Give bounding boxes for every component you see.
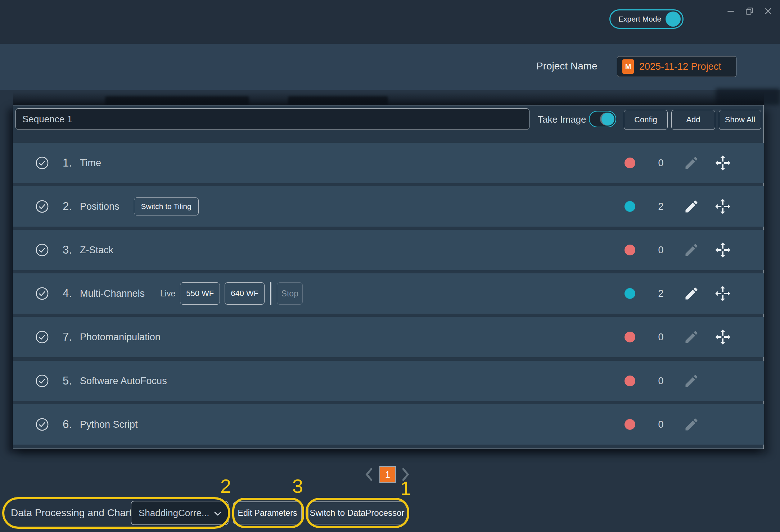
channel-button[interactable]: 550 WF: [180, 282, 220, 305]
enabled-check-icon[interactable]: [35, 287, 49, 300]
sequence-row: 7. Photomanipulation 0: [13, 317, 764, 357]
annotation-number-2: 2: [220, 475, 231, 497]
take-image-toggle[interactable]: [589, 111, 616, 127]
config-button[interactable]: Config: [624, 110, 668, 130]
edit-pencil-icon[interactable]: [684, 199, 699, 214]
enabled-check-icon[interactable]: [35, 243, 49, 257]
close-icon[interactable]: [763, 6, 774, 17]
row-label: Z-Stack: [80, 245, 113, 256]
move-handle-icon[interactable]: [714, 198, 731, 215]
project-badge: M: [622, 59, 634, 74]
status-dot: [625, 376, 635, 386]
take-image-label: Take Image: [538, 114, 586, 125]
sequence-name-input[interactable]: [15, 108, 529, 130]
pagination: 1: [364, 466, 411, 483]
enabled-check-icon[interactable]: [35, 374, 49, 388]
page-next-icon[interactable]: [400, 467, 411, 482]
row-count: 0: [648, 158, 673, 169]
row-label: Python Script: [80, 419, 138, 430]
status-dot: [625, 419, 635, 430]
status-dot: [625, 201, 635, 212]
sequence-row: 1. Time 0: [13, 143, 764, 183]
row-label: Multi-Channels: [80, 288, 145, 299]
status-dot: [625, 288, 635, 299]
row-label: Positions: [80, 201, 120, 212]
project-name-field[interactable]: M 2025-11-12 Project: [617, 56, 736, 77]
row-label: Photomanipulation: [80, 332, 161, 343]
chevron-down-icon: [213, 509, 223, 519]
sequence-row: 3. Z-Stack 0: [13, 230, 764, 270]
move-handle-icon[interactable]: [714, 155, 731, 171]
edit-pencil-icon[interactable]: [684, 242, 699, 258]
restore-icon[interactable]: [744, 6, 755, 17]
minimize-icon[interactable]: [725, 6, 736, 17]
row-number: 6.: [63, 418, 79, 431]
project-name-value: 2025-11-12 Project: [639, 61, 721, 72]
row-count: 0: [648, 245, 673, 256]
row-count: 0: [648, 419, 673, 430]
annotation-number-3: 3: [292, 475, 303, 497]
row-label: Software AutoFocus: [80, 376, 167, 387]
enabled-check-icon[interactable]: [35, 156, 49, 170]
divider: [270, 282, 271, 305]
sequence-rows: 1. Time 0: [13, 143, 764, 448]
processor-dropdown-value: ShaddingCorre...: [139, 508, 209, 519]
switch-to-dataprocessor-button[interactable]: Switch to DataProcessor: [308, 501, 406, 524]
edit-pencil-icon[interactable]: [684, 329, 699, 345]
take-image-knob: [601, 113, 614, 126]
data-processing-label: Data Processing and Charts: [11, 507, 137, 519]
row-number: 2.: [63, 200, 79, 213]
row-number: 3.: [63, 244, 79, 256]
sequence-row: 5. Software AutoFocus 0: [13, 361, 764, 401]
status-dot: [625, 158, 635, 168]
app-window: Expert Mode Project Name M 2025-11-12 Pr…: [0, 0, 780, 532]
status-dot: [625, 245, 635, 255]
move-handle-icon[interactable]: [714, 242, 731, 258]
switch-to-tiling-button[interactable]: Switch to Tiling: [134, 197, 199, 215]
expert-mode-toggle[interactable]: Expert Mode: [609, 9, 684, 29]
current-page[interactable]: 1: [379, 466, 396, 483]
row-number: 7.: [63, 331, 79, 344]
titlebar: Expert Mode: [0, 0, 780, 44]
edit-pencil-icon[interactable]: [684, 417, 699, 432]
row-number: 5.: [63, 374, 79, 387]
live-cluster: Live 550 WF 640 WF Stop: [160, 282, 303, 305]
show-all-button[interactable]: Show All: [719, 110, 761, 130]
status-dot: [625, 332, 635, 342]
channel-button[interactable]: 640 WF: [225, 282, 265, 305]
sequence-row: 4. Multi-Channels Live 550 WF 640 WF Sto…: [13, 273, 764, 314]
page-prev-icon[interactable]: [364, 467, 375, 482]
live-label: Live: [160, 289, 175, 299]
row-number: 1.: [63, 156, 79, 169]
move-handle-icon[interactable]: [714, 329, 731, 345]
stop-button[interactable]: Stop: [277, 282, 303, 305]
window-controls: [725, 6, 774, 17]
sequence-row: 2. Positions Switch to Tiling 2: [13, 186, 764, 227]
edit-pencil-icon[interactable]: [684, 286, 699, 301]
sequence-panel: Take Image Config Add Show All 1. Time 0: [13, 105, 764, 449]
edit-pencil-icon[interactable]: [684, 155, 699, 171]
expert-mode-label: Expert Mode: [618, 15, 661, 23]
panel-top-shadow: [13, 92, 764, 105]
row-count: 0: [648, 376, 673, 387]
enabled-check-icon[interactable]: [35, 200, 49, 213]
row-label: Time: [80, 158, 101, 169]
edit-pencil-icon[interactable]: [684, 373, 699, 389]
add-button[interactable]: Add: [671, 110, 715, 130]
row-number: 4.: [63, 287, 79, 300]
processor-dropdown[interactable]: ShaddingCorre...: [131, 501, 229, 525]
row-count: 0: [648, 332, 673, 343]
row-count: 2: [648, 201, 673, 212]
row-count: 2: [648, 288, 673, 299]
edit-parameters-button[interactable]: Edit Parameters: [233, 501, 302, 524]
sequence-row: 6. Python Script 0: [13, 404, 764, 445]
move-handle-icon[interactable]: [714, 285, 731, 302]
enabled-check-icon[interactable]: [35, 330, 49, 344]
enabled-check-icon[interactable]: [35, 418, 49, 431]
project-name-label: Project Name: [536, 60, 598, 72]
expert-mode-knob: [666, 12, 681, 27]
